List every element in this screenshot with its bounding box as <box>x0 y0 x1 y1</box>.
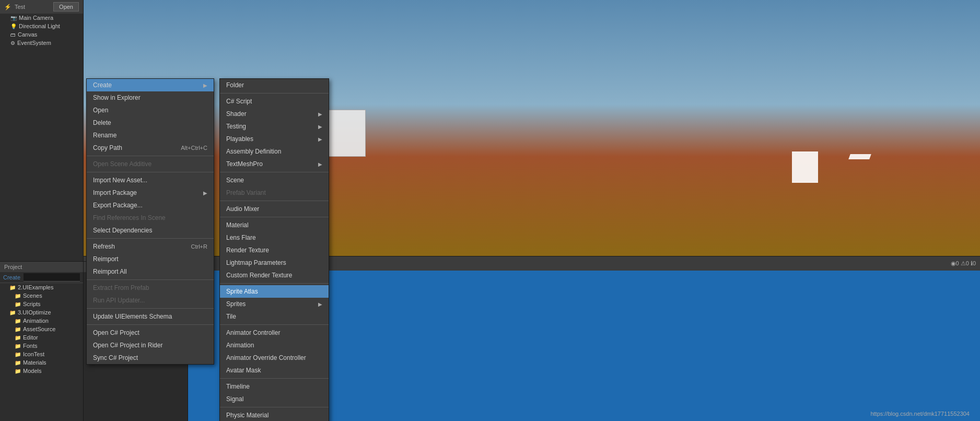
right-menu-item[interactable]: Render Texture <box>220 244 329 256</box>
project-item-label: Fonts <box>23 343 38 349</box>
menu-item-label: Copy Path <box>93 144 122 151</box>
hierarchy-item[interactable]: 💡Directional Light <box>0 22 83 30</box>
right-menu-item[interactable]: Sprite Atlas <box>220 285 329 298</box>
right-menu-item[interactable]: Shader▶ <box>220 108 329 120</box>
project-item[interactable]: 📁Scripts <box>0 300 83 308</box>
project-item[interactable]: 📁Scenes <box>0 291 83 300</box>
menu-item-label: Animation <box>226 342 254 349</box>
left-menu-item[interactable]: Open C# Project in Rider <box>87 339 214 352</box>
project-item[interactable]: 📁Fonts <box>0 342 83 350</box>
menu-item-label: Lens Flare <box>226 234 256 241</box>
right-menu-item[interactable]: Sprites▶ <box>220 298 329 310</box>
right-menu-item[interactable]: TextMeshPro▶ <box>220 158 329 170</box>
menu-divider <box>220 378 329 379</box>
left-menu-item[interactable]: Import New Asset... <box>87 174 214 186</box>
left-menu-item[interactable]: Show in Explorer <box>87 91 214 104</box>
right-menu-item[interactable]: Material <box>220 219 329 231</box>
hierarchy-item-icon: 🗃 <box>10 32 16 38</box>
left-menu-item[interactable]: Update UIElements Schema <box>87 310 214 323</box>
hierarchy-item-label: Directional Light <box>19 23 60 29</box>
left-menu-item[interactable]: Copy PathAlt+Ctrl+C <box>87 142 214 154</box>
menu-item-label: Lightmap Parameters <box>226 259 286 266</box>
left-menu-item[interactable]: Open <box>87 104 214 116</box>
menu-item-label: Reimport All <box>93 268 127 275</box>
hierarchy-item[interactable]: 📷Main Camera <box>0 14 83 22</box>
project-item-label: Scenes <box>23 293 42 299</box>
left-menu-item[interactable]: Delete <box>87 116 214 129</box>
menu-divider <box>87 279 214 280</box>
submenu-arrow-icon: ▶ <box>203 83 207 88</box>
menu-item-label: Playables <box>226 135 253 143</box>
menu-item-label: Create <box>93 81 112 89</box>
right-menu-item[interactable]: Testing▶ <box>220 120 329 133</box>
hierarchy-item[interactable]: ⚙EventSystem <box>0 39 83 47</box>
right-menu-item[interactable]: Playables▶ <box>220 133 329 145</box>
menu-item-label: Open <box>93 107 108 114</box>
left-menu-item[interactable]: Sync C# Project <box>87 352 214 364</box>
project-item[interactable]: 📁IconTest <box>0 350 83 358</box>
create-label[interactable]: Create <box>3 274 20 280</box>
project-item[interactable]: 📁Materials <box>0 358 83 367</box>
menu-item-label: Render Texture <box>226 247 269 254</box>
menu-divider <box>220 217 329 217</box>
hierarchy-item-icon: 📷 <box>10 15 17 21</box>
left-menu-item[interactable]: RefreshCtrl+R <box>87 240 214 253</box>
right-menu-item[interactable]: Lens Flare <box>220 231 329 244</box>
folder-icon: 📁 <box>15 293 21 299</box>
project-item-label: 3.UIOptimize <box>18 309 51 315</box>
menu-item-label: Refresh <box>93 243 115 250</box>
project-search[interactable] <box>24 273 80 282</box>
right-menu-item[interactable]: Assembly Definition <box>220 145 329 158</box>
right-menu-item[interactable]: Signal <box>220 393 329 405</box>
menu-item-label: Open C# Project in Rider <box>93 342 162 349</box>
submenu-arrow-icon: ▶ <box>318 161 322 167</box>
folder-icon: 📁 <box>15 368 21 374</box>
left-menu-item[interactable]: Export Package... <box>87 199 214 212</box>
folder-icon: 📁 <box>15 301 21 307</box>
menu-divider <box>87 172 214 172</box>
scene-toolbar: Build Error Pause Editor ◉0 ⚠0 ℹ0 <box>84 256 980 271</box>
menu-item-label: Tile <box>226 313 236 320</box>
right-menu-item[interactable]: Tile <box>220 310 329 323</box>
right-menu-item[interactable]: Animator Controller <box>220 326 329 339</box>
project-item[interactable]: 📁Models <box>0 367 83 375</box>
project-item[interactable]: 📁Animation <box>0 317 83 325</box>
right-menu-item[interactable]: C# Script <box>220 95 329 108</box>
left-menu-item[interactable]: Open C# Project <box>87 326 214 339</box>
project-item[interactable]: 📁2.UIExamples <box>0 283 83 291</box>
menu-item-label: Assembly Definition <box>226 148 281 155</box>
menu-item-label: Timeline <box>226 383 250 390</box>
right-menu-item[interactable]: Folder <box>220 79 329 91</box>
project-item[interactable]: 📁AssetSource <box>0 325 83 333</box>
right-menu-item[interactable]: Physic Material <box>220 409 329 421</box>
project-item[interactable]: 📁3.UIOptimize <box>0 308 83 317</box>
left-menu-item[interactable]: Rename <box>87 129 214 142</box>
project-item-label: Editor <box>23 334 38 341</box>
right-menu-item[interactable]: Animation <box>220 339 329 352</box>
hierarchy-title: Test <box>15 4 25 10</box>
menu-item-label: Material <box>226 221 249 229</box>
menu-divider <box>220 324 329 325</box>
menu-item-label: Select Dependencies <box>93 227 152 234</box>
left-menu-item[interactable]: Create▶ <box>87 79 214 91</box>
left-menu-item[interactable]: Import Package▶ <box>87 186 214 199</box>
right-menu-item[interactable]: Audio Mixer <box>220 203 329 215</box>
project-item[interactable]: 📁Editor <box>0 333 83 342</box>
right-menu-item[interactable]: Lightmap Parameters <box>220 256 329 269</box>
left-menu-item[interactable]: Select Dependencies <box>87 224 214 237</box>
right-menu-item[interactable]: Scene <box>220 174 329 186</box>
project-title: Project <box>4 264 22 270</box>
open-button[interactable]: Open <box>53 2 79 11</box>
right-menu-item[interactable]: Animator Override Controller <box>220 352 329 364</box>
right-menu-item[interactable]: Custom Render Texture <box>220 269 329 282</box>
hierarchy-item[interactable]: 🗃Canvas <box>0 30 83 39</box>
left-menu-item[interactable]: Reimport All <box>87 265 214 278</box>
right-menu-item[interactable]: Avatar Mask <box>220 364 329 377</box>
folder-icon: 📁 <box>15 343 21 349</box>
menu-item-label: Audio Mixer <box>226 205 259 213</box>
right-menu-item[interactable]: Timeline <box>220 380 329 393</box>
menu-item-label: Rename <box>93 132 116 139</box>
left-menu-item: Extract From Prefab <box>87 282 214 294</box>
menu-item-label: Sync C# Project <box>93 354 138 361</box>
left-menu-item[interactable]: Reimport <box>87 253 214 265</box>
